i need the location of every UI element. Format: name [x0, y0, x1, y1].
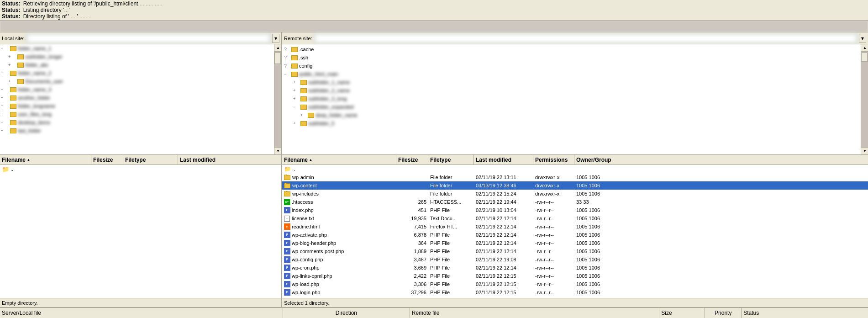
local-tree-item[interactable]: + subfolder_longer	[0, 53, 274, 61]
remote-file-row-wp-login[interactable]: P wp-login.php 37,296 PHP File 02/11/19 …	[282, 288, 868, 297]
remote-tree-scrollbar-thumb[interactable]	[861, 53, 868, 62]
remote-col-lastmod[interactable]: Last modified	[474, 155, 533, 164]
remote-file-row-parent[interactable]: 📁..	[282, 165, 868, 173]
status-label-1: Status:	[2, 0, 21, 7]
local-file-header: Filename▲ Filesize Filetype Last modifie…	[0, 155, 281, 165]
remote-tree-item-sub5[interactable]: + subfolder_5	[282, 119, 861, 127]
remote-file-row-wp-admin[interactable]: wp-admin File folder 02/11/19 22:13:11 d…	[282, 173, 868, 181]
bottom-server-col: Server/Local file	[0, 308, 283, 318]
remote-tree-item-sub2[interactable]: + subfolder_2_name	[282, 86, 861, 95]
bottom-size-col: Size	[659, 308, 705, 318]
local-tree-item[interactable]: + Documents_user	[0, 77, 274, 85]
local-site-label: Local site:	[2, 36, 25, 41]
remote-col-permissions[interactable]: Permissions	[533, 155, 574, 164]
local-col-filesize[interactable]: Filesize	[91, 155, 123, 164]
remote-file-row-wp-links-opml[interactable]: P wp-links-opml.php 2,422 PHP File 02/11…	[282, 272, 868, 280]
remote-site-label: Remote site:	[284, 36, 312, 41]
local-col-filetype[interactable]: Filetype	[123, 155, 178, 164]
bottom-status-col: Status	[742, 308, 868, 318]
bottom-remote-col: Remote file	[410, 308, 660, 318]
status-label-2: Status:	[2, 7, 21, 13]
local-tree-item[interactable]: + folder_name_3	[0, 85, 274, 94]
remote-tree-item-sub3[interactable]: + subfolder_3_long	[282, 95, 861, 103]
remote-status-text: Selected 1 directory.	[284, 300, 329, 306]
local-status-bar: Empty directory.	[0, 298, 281, 307]
remote-tree-section: ? .cache ? .ssh ? config	[282, 44, 868, 155]
local-site-dropdown-btn[interactable]: ▾	[272, 34, 279, 43]
local-status-text: Empty directory.	[2, 300, 38, 306]
bottom-bar: Server/Local file Direction Remote file …	[0, 307, 868, 318]
status-value-2: Listing directory '...'	[23, 7, 70, 13]
remote-col-filesize[interactable]: Filesize	[396, 155, 428, 164]
remote-file-row-wp-activate[interactable]: P wp-activate.php 6,878 PHP File 02/11/1…	[282, 231, 868, 239]
status-label-3: Status:	[2, 13, 21, 20]
remote-tree-item-config[interactable]: ? config	[282, 62, 861, 70]
remote-file-row-wp-includes[interactable]: wp-includes File folder 02/11/19 22:15:2…	[282, 190, 868, 198]
top-status-bar: Status: Retrieving directory listing of …	[0, 0, 868, 21]
status-value-3: Directory listing of '.....' ........	[23, 13, 92, 20]
remote-site-dropdown-btn[interactable]: ▾	[859, 34, 866, 43]
remote-file-header: Filename▲ Filesize Filetype Last modifie…	[282, 155, 868, 165]
remote-file-row-htaccess[interactable]: HT .htaccess 265 HTACCESS... 02/11/19 22…	[282, 198, 868, 206]
remote-col-ownergroup[interactable]: Owner/Group	[574, 155, 868, 164]
remote-col-filetype[interactable]: Filetype	[428, 155, 474, 164]
local-tree-scroll-down[interactable]: ▼	[274, 147, 281, 154]
local-tree-item[interactable]: + folder_name_1	[0, 44, 274, 53]
local-file-section: Filename▲ Filesize Filetype Last modifie…	[0, 155, 281, 307]
remote-status-bar: Selected 1 directory.	[282, 298, 868, 307]
remote-file-content: 📁.. wp-admin	[282, 165, 868, 298]
local-tree-item[interactable]: + last_folder	[0, 127, 274, 135]
remote-file-row-index-php[interactable]: P index.php 451 PHP File 02/21/19 10:13:…	[282, 206, 868, 214]
local-file-row-parent[interactable]: 📁..	[0, 165, 281, 173]
remote-site-bar: Remote site: ▾	[282, 32, 868, 44]
remote-tree-label-cache: .cache	[299, 47, 314, 52]
remote-tree-scroll-up[interactable]: ▲	[861, 44, 868, 52]
remote-tree-item-ssh[interactable]: ? .ssh	[282, 53, 861, 62]
remote-tree-label-config: config	[299, 63, 312, 69]
bottom-priority-col: Priority	[705, 308, 742, 318]
remote-file-row-wp-cron[interactable]: P wp-cron.php 3,669 PHP File 02/11/19 22…	[282, 264, 868, 272]
remote-tree-label-ssh: .ssh	[299, 55, 308, 60]
remote-tree-item-sub1[interactable]: + subfolder_1_name	[282, 78, 861, 86]
local-tree-item[interactable]: + folder_longname	[0, 102, 274, 110]
remote-file-row-wp-comments-post[interactable]: P wp-comments-post.php 1,889 PHP File 02…	[282, 247, 868, 255]
local-col-filename[interactable]: Filename▲	[0, 155, 91, 164]
local-col-lastmod[interactable]: Last modified	[178, 155, 281, 164]
status-value-1: Retrieving directory listing of '/public…	[23, 0, 163, 7]
local-site-bar: Local site: ▾	[0, 32, 282, 44]
local-tree-item[interactable]: + folder_name_2	[0, 69, 274, 77]
remote-file-row-license-txt[interactable]: T license.txt 19,935 Text Docu... 02/11/…	[282, 214, 868, 223]
remote-file-section: Filename▲ Filesize Filetype Last modifie…	[282, 155, 868, 307]
toolbar	[0, 21, 868, 32]
bottom-direction-col: Direction	[283, 308, 410, 318]
local-tree-section: + folder_name_1 + subfolder_longer + fol…	[0, 44, 281, 155]
local-tree-item[interactable]: + folder_abc	[0, 61, 274, 69]
remote-tree-item-sub4[interactable]: − subfolder_expanded	[282, 103, 861, 111]
remote-tree-item-cache[interactable]: ? .cache	[282, 45, 861, 53]
remote-file-row-wp-config[interactable]: P wp-config.php 3,487 PHP File 02/11/19 …	[282, 255, 868, 264]
remote-tree-scroll-down[interactable]: ▼	[861, 147, 868, 154]
remote-file-row-readme-html[interactable]: H readme.html 7,415 Firefox HT... 02/11/…	[282, 223, 868, 231]
right-panel: ? .cache ? .ssh ? config	[282, 44, 868, 307]
remote-tree-item-deep[interactable]: + deep_folder_name	[282, 111, 861, 119]
local-tree-item[interactable]: + another_folder	[0, 94, 274, 102]
remote-file-row-wp-content[interactable]: wp-content File folder 03/13/19 12:38:46…	[282, 181, 868, 190]
local-tree-scroll-up[interactable]: ▲	[274, 44, 281, 52]
local-tree-item[interactable]: + user_files_long	[0, 110, 274, 118]
local-file-content: 📁..	[0, 165, 281, 298]
remote-tree-item-main[interactable]: − public_html_main	[282, 70, 861, 78]
left-panel: + folder_name_1 + subfolder_longer + fol…	[0, 44, 282, 307]
remote-col-filename[interactable]: Filename▲	[282, 155, 396, 164]
remote-file-row-wp-load[interactable]: P wp-load.php 3,306 PHP File 02/11/19 22…	[282, 280, 868, 288]
remote-file-row-wp-blog-header[interactable]: P wp-blog-header.php 364 PHP File 02/11/…	[282, 239, 868, 247]
local-tree-item[interactable]: + desktop_items	[0, 118, 274, 127]
local-tree-scrollbar-thumb[interactable]	[274, 53, 281, 64]
